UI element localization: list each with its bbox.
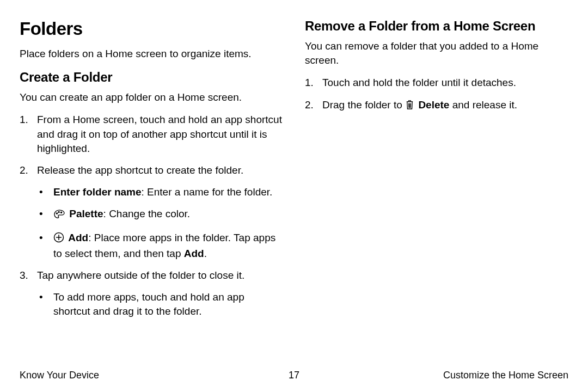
svg-point-1 xyxy=(58,212,59,213)
enter-name-label: Enter folder name xyxy=(53,186,142,198)
delete-icon xyxy=(405,99,414,114)
svg-point-2 xyxy=(61,212,62,213)
step-1: From a Home screen, touch and hold an ap… xyxy=(20,113,283,156)
footer-right: Customize the Home Screen xyxy=(299,370,568,381)
step-2: Release the app shortcut to create the f… xyxy=(20,163,283,261)
footer-left: Know Your Device xyxy=(20,370,289,381)
remove-folder-intro: You can remove a folder that you added t… xyxy=(305,39,568,67)
right-column: Remove a Folder from a Home Screen You c… xyxy=(305,19,568,365)
bullet-palette: Palette: Change the color. xyxy=(37,207,283,223)
bullet-enter-name: Enter folder name: Enter a name for the … xyxy=(37,185,283,199)
step-3-bullets: To add more apps, touch and hold an app … xyxy=(37,290,283,318)
add-rest2: . xyxy=(204,248,207,259)
add-label: Add xyxy=(68,232,88,243)
create-folder-heading: Create a Folder xyxy=(20,70,283,85)
remove-step-1: Touch and hold the folder until it detac… xyxy=(305,76,568,90)
svg-point-0 xyxy=(56,213,57,214)
remove-step-2-post: and release it. xyxy=(449,99,517,111)
step-2-text: Release the app shortcut to create the f… xyxy=(37,164,243,176)
intro-paragraph: Place folders on a Home screen to organi… xyxy=(20,47,283,61)
palette-rest: : Change the color. xyxy=(103,208,191,219)
step-3-text: Tap anywhere outside of the folder to cl… xyxy=(37,270,244,281)
create-folder-steps: From a Home screen, touch and hold an ap… xyxy=(20,113,283,318)
delete-label: Delete xyxy=(418,99,449,111)
remove-folder-steps: Touch and hold the folder until it detac… xyxy=(305,76,568,113)
enter-name-rest: : Enter a name for the folder. xyxy=(142,186,273,198)
footer-page-number: 17 xyxy=(289,370,299,381)
bullet-add: Add: Place more apps in the folder. Tap … xyxy=(37,231,283,261)
add-icon xyxy=(53,232,64,247)
step-3: Tap anywhere outside of the folder to cl… xyxy=(20,268,283,319)
page-content: Folders Place folders on a Home screen t… xyxy=(20,19,568,365)
remove-step-2: Drag the folder to Delete and release it… xyxy=(305,98,568,114)
remove-step-2-pre: Drag the folder to xyxy=(322,99,405,111)
add-word: Add xyxy=(184,248,204,259)
palette-label: Palette xyxy=(69,208,103,219)
create-folder-intro: You can create an app folder on a Home s… xyxy=(20,90,283,105)
page-footer: Know Your Device 17 Customize the Home S… xyxy=(20,365,568,381)
bullet-add-more: To add more apps, touch and hold an app … xyxy=(37,290,283,318)
left-column: Folders Place folders on a Home screen t… xyxy=(20,19,283,365)
step-2-bullets: Enter folder name: Enter a name for the … xyxy=(37,185,283,261)
palette-icon xyxy=(53,209,65,223)
main-title: Folders xyxy=(20,19,283,39)
remove-folder-heading: Remove a Folder from a Home Screen xyxy=(305,19,568,34)
